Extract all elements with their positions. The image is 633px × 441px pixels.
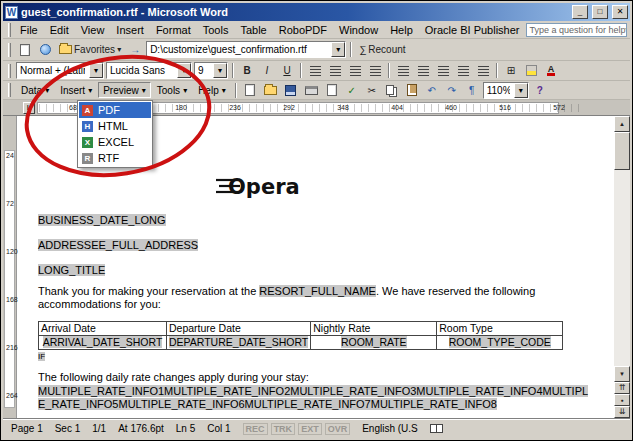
minimize-button[interactable]: _ (572, 5, 588, 19)
res-table-cell[interactable]: ROOM_RATE (311, 336, 437, 350)
paste-button[interactable] (403, 82, 421, 99)
menu-tools[interactable]: Tools (197, 23, 235, 37)
web-toolbar-grip[interactable] (8, 43, 11, 57)
borders-button[interactable]: ⊞ (502, 62, 520, 79)
font-combo[interactable]: Lucida Sans ▾ (106, 62, 192, 79)
menu-table[interactable]: Table (234, 23, 272, 37)
italic-button[interactable]: I (258, 62, 276, 79)
menu-insert[interactable]: Insert (110, 23, 150, 37)
title-bar[interactable]: W guest_confirmation.rtf - Microsoft Wor… (3, 3, 630, 21)
font-size-combo[interactable]: 9 ▾ (194, 62, 228, 79)
status-toggle-ext[interactable]: EXT (298, 423, 322, 435)
preview-menu-item-excel[interactable]: XEXCEL (79, 134, 151, 150)
menu-edit[interactable]: Edit (44, 23, 75, 37)
numbering-button[interactable] (414, 62, 432, 79)
bullets-button[interactable] (434, 62, 452, 79)
font-dropdown-button[interactable]: ▾ (177, 63, 191, 78)
status-toggle-rec[interactable]: REC (243, 423, 268, 435)
preview-menu-item-pdf[interactable]: APDF (79, 102, 151, 118)
highlight-button[interactable] (522, 62, 540, 79)
search-web-button[interactable] (36, 41, 54, 58)
field-addressee-address[interactable]: ADDRESSEE_FULL_ADDRESS (38, 239, 614, 252)
address-combo[interactable]: D:\customize\guest_confirmation.rtf ▾ (146, 41, 346, 58)
go-button[interactable]: → (126, 41, 144, 58)
bi-menu-help[interactable]: Help▾ (193, 82, 231, 98)
menu-view[interactable]: View (75, 23, 111, 37)
vertical-ruler[interactable]: 2472120168216264 (3, 116, 17, 418)
align-center-button[interactable] (326, 62, 344, 79)
status-toggle-trk[interactable]: TRK (271, 423, 296, 435)
undo-button[interactable]: ↶ (423, 82, 441, 99)
scroll-up-button[interactable]: ▲ (614, 116, 630, 132)
address-dropdown-button[interactable]: ▾ (331, 42, 345, 57)
spellcheck-book-icon[interactable] (430, 424, 443, 433)
justify-button[interactable] (366, 62, 384, 79)
select-browse-object-button[interactable]: ● (614, 394, 630, 406)
recount-button[interactable]: ∑ Recount (356, 41, 408, 58)
intro-paragraph[interactable]: Thank you for making your reservation at… (38, 285, 566, 311)
favorites-button[interactable]: Favorites ▾ (56, 41, 124, 58)
menu-oracle-bi-publisher[interactable]: Oracle BI Publisher (419, 23, 526, 37)
next-page-button[interactable]: ⇊ (614, 406, 630, 418)
res-table-header[interactable]: Arrival Date (39, 322, 167, 336)
field-resort-name[interactable]: RESORT_FULL_NAME (259, 285, 376, 297)
tab-selector[interactable]: L (23, 102, 35, 114)
res-table-cell[interactable]: ROOM_TYPE_CODE (437, 336, 563, 350)
if-marker[interactable]: IF (38, 352, 614, 361)
preview-menu-item-rtf[interactable]: RRTF (79, 150, 151, 166)
field-long-title[interactable]: LONG_TITLE (38, 264, 614, 277)
save-button[interactable] (282, 82, 300, 99)
font-size-dropdown-button[interactable]: ▾ (213, 63, 227, 78)
bi-menu-tools[interactable]: Tools▾ (152, 82, 192, 98)
open-button[interactable] (261, 82, 280, 99)
menubar-grip[interactable] (8, 23, 11, 37)
vertical-scrollbar[interactable]: ▲ ▼ ⇈ ● ⇊ (614, 116, 630, 418)
ask-question-box[interactable]: Type a question for help ▾ (526, 23, 627, 37)
decrease-indent-button[interactable] (454, 62, 472, 79)
new-document-button[interactable] (241, 82, 259, 99)
bi-menu-preview[interactable]: Preview▾ (98, 82, 151, 98)
menu-help[interactable]: Help (384, 23, 419, 37)
res-table-header[interactable]: Departure Date (167, 322, 311, 336)
formatting-toolbar-grip[interactable] (8, 64, 11, 78)
print-button[interactable] (302, 82, 321, 99)
style-dropdown-button[interactable]: ▾ (89, 63, 103, 78)
bi-toolbar-grip[interactable] (8, 83, 11, 97)
res-table-header[interactable]: Room Type (437, 322, 563, 336)
scrollbar-track[interactable] (614, 170, 630, 366)
menu-file[interactable]: File (14, 23, 44, 37)
cut-button[interactable]: ✂ (363, 82, 381, 99)
align-left-button[interactable] (306, 62, 324, 79)
style-combo[interactable]: Normal + (Latir ▾ (16, 62, 104, 79)
zoom-combo[interactable]: 110% ▾ (483, 82, 529, 99)
rate-fields[interactable]: MULTIPLE_RATE_INFO1MULTIPLE_RATE_INFO2MU… (38, 385, 614, 411)
underline-button[interactable]: U (278, 62, 296, 79)
field-business-date[interactable]: BUSINESS_DATE_LONG (38, 214, 614, 227)
bold-button[interactable]: B (238, 62, 256, 79)
res-table-cell[interactable]: DEPARTURE_DATE_SHORT (167, 336, 311, 350)
scrollbar-thumb[interactable] (614, 132, 630, 170)
maximize-button[interactable]: □ (592, 5, 608, 19)
align-right-button[interactable] (346, 62, 364, 79)
spelling-button[interactable]: ✓ (343, 82, 361, 99)
status-toggle-ovr[interactable]: OVR (325, 423, 351, 435)
res-table-header[interactable]: Nightly Rate (311, 322, 437, 336)
copy-button[interactable] (383, 82, 401, 99)
menu-window[interactable]: Window (333, 23, 384, 37)
previous-page-button[interactable]: ⇈ (614, 382, 630, 394)
scroll-down-button[interactable]: ▼ (614, 366, 630, 382)
bi-menu-insert[interactable]: Insert▾ (55, 82, 97, 98)
rates-paragraph[interactable]: The following daily rate changes apply d… (38, 371, 614, 384)
show-hide-button[interactable]: ¶ (463, 82, 481, 99)
menu-format[interactable]: Format (150, 23, 197, 37)
menu-robopdf[interactable]: RoboPDF (273, 23, 333, 37)
font-color-button[interactable]: A (542, 62, 560, 79)
zoom-dropdown-button[interactable]: ▾ (514, 83, 528, 98)
start-page-button[interactable] (16, 41, 34, 58)
close-button[interactable]: ✕ (612, 5, 628, 19)
preview-menu-item-html[interactable]: HHTML (79, 118, 151, 134)
bi-menu-data[interactable]: Data▾ (16, 82, 54, 98)
help-button[interactable]: ? (531, 82, 549, 99)
res-table-cell[interactable]: ARRIVAL_DATE_SHORT (39, 336, 167, 350)
redo-button[interactable]: ↷ (443, 82, 461, 99)
